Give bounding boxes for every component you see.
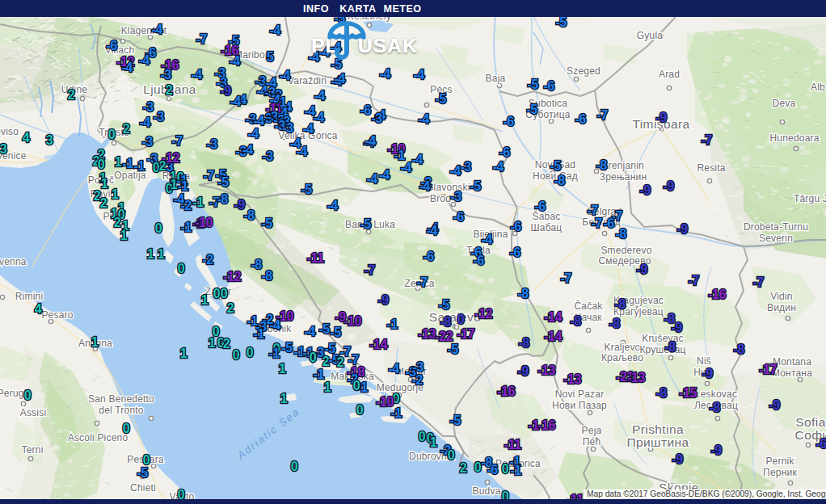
svg-text:-8: -8 <box>655 386 667 400</box>
svg-text:0: 0 <box>457 313 465 326</box>
svg-text:-7: -7 <box>587 204 598 217</box>
svg-text:-4: -4 <box>411 153 423 166</box>
svg-text:Leskovac: Leskovac <box>695 388 737 400</box>
svg-text:METEO: METEO <box>384 3 422 15</box>
svg-text:2: 2 <box>460 461 467 475</box>
svg-text:-1: -1 <box>192 195 204 209</box>
svg-text:1: 1 <box>201 293 209 307</box>
svg-text:-3: -3 <box>153 110 164 124</box>
svg-text:-5: -5 <box>550 159 561 173</box>
svg-text:-9: -9 <box>636 262 647 276</box>
svg-text:-13: -13 <box>627 371 645 384</box>
svg-text:-4: -4 <box>413 68 424 82</box>
svg-text:-8: -8 <box>554 174 565 187</box>
svg-text:-16: -16 <box>537 418 555 432</box>
svg-text:-4: -4 <box>247 127 259 141</box>
svg-text:-3: -3 <box>371 111 382 125</box>
svg-text:Hunedoara: Hunedoara <box>769 132 819 144</box>
svg-text:-7: -7 <box>688 274 699 288</box>
svg-text:-8: -8 <box>251 258 262 271</box>
svg-text:Нови Пазар: Нови Пазар <box>552 400 607 411</box>
svg-text:-4: -4 <box>481 233 492 246</box>
svg-text:-15: -15 <box>679 386 697 400</box>
svg-text:-6: -6 <box>509 246 520 259</box>
svg-text:-2: -2 <box>180 199 192 212</box>
svg-text:0: 0 <box>353 379 360 393</box>
svg-text:Brod: Brod <box>430 193 451 204</box>
svg-text:-7: -7 <box>701 133 712 147</box>
svg-text:-3: -3 <box>262 149 273 163</box>
svg-text:-6: -6 <box>360 103 371 117</box>
svg-text:-8: -8 <box>570 314 581 328</box>
svg-text:-16: -16 <box>497 384 515 398</box>
svg-text:Severin: Severin <box>759 233 793 244</box>
svg-text:-4: -4 <box>269 23 280 37</box>
svg-text:Ravenna: Ravenna <box>0 256 27 267</box>
svg-text:1: 1 <box>324 380 331 394</box>
svg-text:-13: -13 <box>563 372 581 386</box>
svg-text:2: 2 <box>123 122 130 136</box>
svg-text:-3: -3 <box>160 68 171 82</box>
svg-text:2: 2 <box>223 337 230 351</box>
svg-text:-5: -5 <box>527 78 538 91</box>
svg-text:-4: -4 <box>242 143 253 157</box>
svg-text:-11: -11 <box>307 251 324 265</box>
svg-text:-17: -17 <box>457 327 474 341</box>
svg-text:0: 0 <box>448 448 455 462</box>
svg-text:-12: -12 <box>223 270 241 284</box>
svg-text:-6: -6 <box>543 79 554 93</box>
svg-text:-9: -9 <box>769 398 780 412</box>
svg-text:-7: -7 <box>596 108 608 122</box>
svg-text:Slavonski: Slavonski <box>427 182 470 193</box>
svg-text:0: 0 <box>24 388 32 402</box>
svg-text:Rimini: Rimini <box>15 291 44 302</box>
svg-text:Sarajevo: Sarajevo <box>429 310 481 324</box>
svg-text:Шабац: Шабац <box>531 222 563 233</box>
svg-text:0: 0 <box>98 158 105 171</box>
svg-text:-4: -4 <box>327 199 338 212</box>
svg-text:Pesaro: Pesaro <box>41 309 73 321</box>
svg-text:Terni: Terni <box>21 444 43 456</box>
svg-text:-5: -5 <box>526 103 537 116</box>
svg-text:-4: -4 <box>139 116 150 129</box>
svg-text:-6: -6 <box>510 220 521 233</box>
svg-text:-22: -22 <box>435 330 453 343</box>
svg-text:1: 1 <box>180 346 188 360</box>
svg-text:1: 1 <box>430 435 437 449</box>
svg-text:-4: -4 <box>138 53 150 67</box>
svg-text:Deva: Deva <box>773 98 796 109</box>
svg-text:-1: -1 <box>177 179 188 193</box>
svg-text:Приштина: Приштина <box>627 435 689 449</box>
svg-text:San Benedetto: San Benedetto <box>88 393 154 405</box>
svg-text:Budva: Budva <box>472 485 500 497</box>
svg-text:Niš: Niš <box>697 355 711 367</box>
svg-text:-12: -12 <box>162 151 179 165</box>
svg-text:-6: -6 <box>106 39 117 52</box>
svg-text:Treviso: Treviso <box>0 126 19 137</box>
svg-text:0: 0 <box>502 462 509 476</box>
svg-text:-8: -8 <box>517 287 529 300</box>
svg-text:-4: -4 <box>492 160 504 174</box>
svg-text:-1: -1 <box>180 220 192 234</box>
svg-text:0: 0 <box>356 403 364 417</box>
svg-text:Chieti: Chieti <box>130 482 156 494</box>
svg-text:3: 3 <box>0 142 7 156</box>
svg-text:-14: -14 <box>544 330 562 343</box>
svg-text:0: 0 <box>247 346 254 359</box>
svg-text:-4: -4 <box>379 67 390 81</box>
svg-text:Alb: Alb <box>811 82 825 93</box>
svg-text:-5: -5 <box>470 179 481 193</box>
svg-text:-7: -7 <box>196 32 207 46</box>
svg-text:-4: -4 <box>230 94 241 108</box>
svg-text:Smederevo: Smederevo <box>601 245 651 256</box>
svg-text:-9: -9 <box>517 364 529 378</box>
svg-text:-3: -3 <box>412 360 424 374</box>
svg-text:-1: -1 <box>313 368 324 381</box>
svg-text:1: 1 <box>147 247 154 261</box>
svg-text:-6: -6 <box>423 250 434 263</box>
svg-text:3: 3 <box>46 133 53 147</box>
svg-text:-6: -6 <box>575 112 586 126</box>
svg-text:-5: -5 <box>217 175 229 189</box>
svg-text:1: 1 <box>171 178 178 191</box>
svg-text:-6: -6 <box>815 437 826 451</box>
